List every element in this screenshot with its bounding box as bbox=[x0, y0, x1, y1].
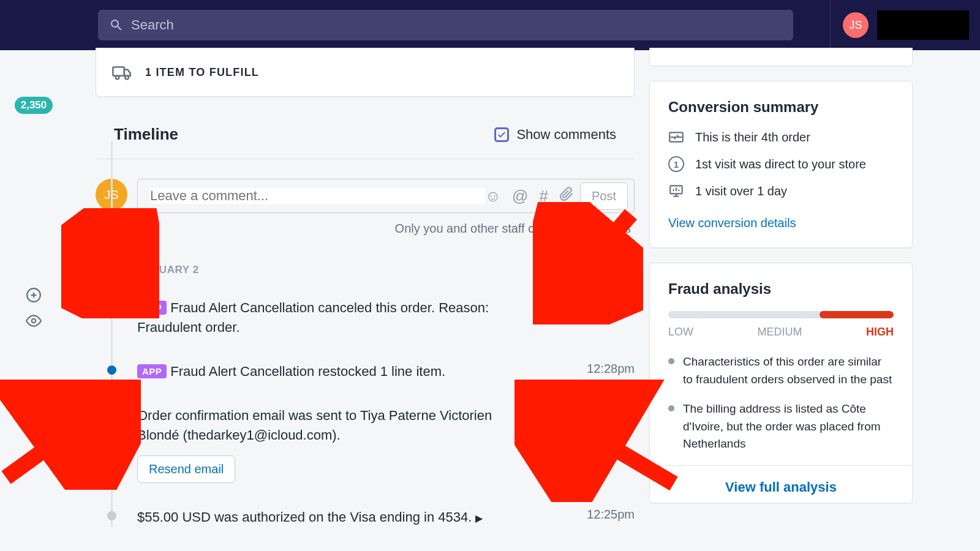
fraud-title: Fraud analysis bbox=[668, 280, 894, 298]
app-badge: APP bbox=[137, 364, 167, 378]
fulfill-label: 1 ITEM TO FULFILL bbox=[145, 66, 259, 79]
view-conversion-link[interactable]: View conversion details bbox=[668, 216, 796, 230]
eye-icon[interactable] bbox=[25, 312, 42, 329]
emoji-icon[interactable]: ☺ bbox=[485, 187, 502, 206]
mention-icon[interactable]: @ bbox=[512, 187, 528, 206]
show-comments-label: Show comments bbox=[516, 127, 616, 143]
bullet-icon bbox=[668, 405, 674, 411]
timeline-item[interactable]: Order confirmation email was sent to Tiy… bbox=[137, 406, 635, 484]
orders-count-badge[interactable]: 2,350 bbox=[15, 97, 53, 114]
conversion-title: Conversion summary bbox=[668, 99, 894, 116]
side-card-cutoff bbox=[649, 48, 913, 66]
presentation-icon bbox=[668, 183, 684, 199]
search-field[interactable] bbox=[98, 10, 793, 40]
timeline-date: JANUARY 2 bbox=[137, 264, 635, 276]
repeat-order-icon bbox=[668, 129, 684, 145]
timeline-time: 12:28pm bbox=[587, 298, 635, 312]
fraud-risk-labels: LOW MEDIUM HIGH bbox=[668, 326, 894, 339]
show-comments-toggle[interactable]: Show comments bbox=[494, 127, 616, 143]
fraud-risk-bar bbox=[668, 311, 894, 318]
timeline-list: JANUARY 2 APPFraud Alert Cancellation ca… bbox=[96, 264, 635, 527]
resend-email-button[interactable]: Resend email bbox=[137, 455, 235, 483]
timeline-item[interactable]: $55.00 USD was authorized on the Visa en… bbox=[137, 508, 635, 527]
topbar: JS bbox=[0, 0, 980, 50]
svg-point-3 bbox=[32, 319, 36, 323]
truck-icon bbox=[112, 62, 133, 83]
search-input[interactable] bbox=[131, 17, 782, 33]
checkbox-checked-icon bbox=[494, 127, 509, 142]
timeline-time: 12:25pm bbox=[587, 406, 635, 420]
fraud-low-label: LOW bbox=[668, 326, 693, 339]
timeline-item[interactable]: APPFraud Alert Cancellation restocked 1 … bbox=[137, 362, 635, 381]
timeline-text: APPFraud Alert Cancellation canceled thi… bbox=[137, 298, 529, 337]
search-icon bbox=[109, 18, 124, 32]
timeline-time: 12:25pm bbox=[587, 508, 635, 522]
timeline-title: Timeline bbox=[114, 125, 178, 144]
add-icon[interactable] bbox=[25, 287, 42, 304]
post-button[interactable]: Post bbox=[580, 182, 628, 210]
svg-point-6 bbox=[125, 76, 129, 80]
view-full-analysis-link[interactable]: View full analysis bbox=[650, 465, 912, 498]
user-avatar[interactable]: JS bbox=[843, 12, 869, 38]
timeline-dot bbox=[107, 511, 116, 520]
conversion-row: 1 1st visit was direct to your store bbox=[668, 156, 894, 172]
left-rail: 2,350 bbox=[0, 50, 67, 551]
redacted-store-name bbox=[877, 10, 969, 40]
attachment-icon[interactable] bbox=[559, 187, 574, 206]
timeline-axis bbox=[111, 141, 113, 527]
first-visit-icon: 1 bbox=[668, 156, 684, 172]
timeline-dot bbox=[107, 410, 116, 419]
timeline: Timeline Show comments JS ☺ @ bbox=[96, 125, 635, 527]
caret-right-icon: ▶ bbox=[475, 513, 483, 523]
fraud-med-label: MEDIUM bbox=[758, 326, 802, 339]
topbar-right: JS bbox=[830, 0, 969, 50]
timeline-time: 12:28pm bbox=[587, 362, 635, 376]
fulfillment-card[interactable]: 1 ITEM TO FULFILL bbox=[96, 48, 635, 97]
timeline-item[interactable]: APPFraud Alert Cancellation canceled thi… bbox=[137, 298, 635, 337]
fraud-indicator: Characteristics of this order are simila… bbox=[668, 353, 894, 388]
timeline-dot bbox=[107, 365, 116, 375]
comment-box[interactable]: ☺ @ # Post bbox=[137, 179, 635, 213]
timeline-text: Order confirmation email was sent to Tiy… bbox=[137, 406, 529, 445]
comment-hint: Only you and other staff can see comment… bbox=[137, 222, 635, 236]
timeline-text: $55.00 USD was authorized on the Visa en… bbox=[137, 508, 483, 527]
bullet-icon bbox=[668, 358, 674, 364]
comment-input[interactable] bbox=[150, 188, 485, 204]
conversion-row: This is their 4th order bbox=[668, 129, 894, 145]
conversion-row: 1 visit over 1 day bbox=[668, 183, 894, 199]
svg-rect-4 bbox=[113, 67, 124, 76]
conversion-summary-card: Conversion summary This is their 4th ord… bbox=[649, 81, 913, 248]
timeline-dot bbox=[107, 302, 116, 311]
app-badge: APP bbox=[137, 301, 167, 315]
hashtag-icon[interactable]: # bbox=[540, 187, 548, 206]
fraud-high-label: HIGH bbox=[866, 326, 894, 339]
svg-point-5 bbox=[116, 76, 119, 80]
timeline-text: APPFraud Alert Cancellation restocked 1 … bbox=[137, 362, 445, 381]
fraud-analysis-card: Fraud analysis LOW MEDIUM HIGH Character… bbox=[649, 263, 913, 503]
fraud-indicator: The billing address is listed as Côte d'… bbox=[668, 400, 894, 453]
fraud-risk-fill bbox=[820, 311, 894, 318]
